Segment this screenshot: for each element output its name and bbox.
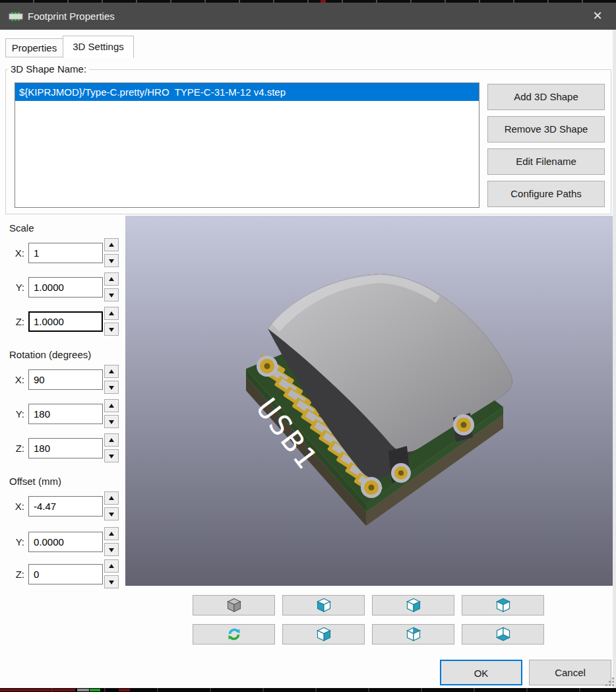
rotation-x-spinner bbox=[104, 365, 119, 394]
rotation-z-row: Z: bbox=[12, 438, 119, 458]
spin-down-button[interactable] bbox=[104, 415, 119, 428]
scale-x-spinner bbox=[104, 238, 119, 268]
pcb-trace-segment bbox=[77, 689, 89, 691]
rotation-z-input[interactable] bbox=[28, 438, 103, 458]
cube-right-face-icon bbox=[283, 626, 364, 643]
spin-up-button[interactable] bbox=[104, 491, 119, 505]
offset-z-row: Z: bbox=[12, 564, 119, 584]
cube-left-face-icon bbox=[283, 597, 364, 614]
axis-label-z: Z: bbox=[12, 438, 24, 458]
add-3d-shape-button[interactable]: Add 3D Shape bbox=[487, 84, 605, 110]
footprint-properties-dialog: { "window": { "title": "Footprint Proper… bbox=[0, 0, 616, 692]
offset-x-row: X: bbox=[12, 496, 119, 517]
scale-y-input[interactable] bbox=[28, 277, 103, 298]
rotation-x-row: X: bbox=[12, 369, 119, 390]
offset-x-spinner bbox=[104, 491, 119, 521]
spin-up-button[interactable] bbox=[104, 559, 119, 573]
plated-hole bbox=[361, 477, 382, 498]
view-top-button[interactable] bbox=[462, 595, 544, 615]
spin-up-button[interactable] bbox=[104, 307, 119, 320]
configure-paths-button[interactable]: Configure Paths bbox=[487, 181, 605, 207]
offset-y-spinner bbox=[104, 527, 119, 557]
spin-down-button[interactable] bbox=[104, 543, 119, 556]
spin-down-button[interactable] bbox=[104, 323, 119, 336]
cancel-button[interactable]: Cancel bbox=[529, 660, 611, 685]
axis-label-z: Z: bbox=[12, 311, 24, 332]
rotation-section-label: Rotation (degrees) bbox=[9, 348, 91, 362]
rotation-z-spinner bbox=[104, 433, 119, 463]
edit-filename-button[interactable]: Edit Filename bbox=[487, 148, 605, 175]
view-right-button[interactable] bbox=[282, 624, 365, 645]
title-bar: Footprint Properties ✕ bbox=[0, 3, 616, 30]
view-isometric-button[interactable] bbox=[193, 595, 275, 615]
remove-3d-shape-button[interactable]: Remove 3D Shape bbox=[487, 116, 605, 142]
scale-z-input[interactable] bbox=[28, 311, 103, 332]
plated-hole bbox=[453, 414, 474, 435]
3d-viewport[interactable]: USB1 bbox=[125, 216, 613, 586]
axis-label-x: X: bbox=[12, 243, 24, 263]
offset-section-label: Offset (mm) bbox=[9, 475, 61, 488]
spin-down-button[interactable] bbox=[104, 381, 119, 394]
axis-label-z: Z: bbox=[12, 564, 24, 584]
scale-y-row: Y: bbox=[12, 277, 119, 298]
spin-up-button[interactable] bbox=[104, 527, 119, 540]
rotation-y-input[interactable] bbox=[28, 404, 103, 424]
offset-z-spinner bbox=[104, 559, 119, 589]
pcb-trace-segment bbox=[90, 689, 100, 691]
cube-back-face-icon bbox=[373, 626, 454, 643]
pcb-trace-segment bbox=[0, 689, 75, 691]
scale-z-row: Z: bbox=[12, 311, 119, 332]
axis-label-y: Y: bbox=[12, 532, 24, 552]
shape-list-item-selected[interactable]: ${KIPRJMOD}/Type-C.pretty/HRO TYPE-C-31-… bbox=[15, 83, 479, 101]
view-back-button[interactable] bbox=[372, 624, 454, 645]
spin-down-button[interactable] bbox=[104, 575, 119, 588]
resize-grip[interactable] bbox=[605, 677, 615, 687]
rotate-refresh-icon bbox=[193, 626, 274, 643]
spin-down-button[interactable] bbox=[104, 288, 119, 301]
scale-section-label: Scale bbox=[9, 222, 34, 235]
plated-hole bbox=[257, 356, 278, 377]
scale-y-spinner bbox=[104, 272, 119, 302]
spin-up-button[interactable] bbox=[104, 365, 119, 378]
axis-label-y: Y: bbox=[12, 404, 24, 424]
dialog-right-edge bbox=[613, 30, 616, 688]
window-title: Footprint Properties bbox=[28, 3, 115, 30]
close-icon[interactable]: ✕ bbox=[586, 3, 609, 30]
view-left-button[interactable] bbox=[282, 595, 365, 615]
offset-y-row: Y: bbox=[12, 532, 119, 552]
view-update-button[interactable] bbox=[193, 624, 275, 645]
spin-down-button[interactable] bbox=[104, 507, 119, 520]
view-front-button[interactable] bbox=[372, 595, 454, 615]
cube-bottom-face-icon bbox=[462, 626, 543, 643]
spin-up-button[interactable] bbox=[104, 399, 119, 412]
cube-top-face-icon bbox=[462, 597, 543, 614]
axis-label-x: X: bbox=[12, 369, 24, 390]
rotation-y-row: Y: bbox=[12, 404, 119, 424]
spin-up-button[interactable] bbox=[104, 272, 119, 286]
tab-properties[interactable]: Properties bbox=[5, 38, 63, 57]
rotation-y-spinner bbox=[104, 399, 119, 429]
iso-cube-icon bbox=[193, 597, 274, 614]
shape-name-label: 3D Shape Name: bbox=[8, 63, 89, 75]
shape-list[interactable]: ${KIPRJMOD}/Type-C.pretty/HRO TYPE-C-31-… bbox=[15, 82, 479, 208]
background-pcb-strip-bottom bbox=[0, 688, 616, 692]
ok-button[interactable]: OK bbox=[440, 660, 522, 685]
offset-y-input[interactable] bbox=[28, 532, 103, 552]
spin-down-button[interactable] bbox=[104, 254, 119, 267]
rotation-x-input[interactable] bbox=[28, 369, 103, 390]
axis-label-x: X: bbox=[12, 496, 24, 517]
footprint-icon bbox=[9, 11, 23, 24]
scale-z-spinner bbox=[104, 307, 119, 336]
spin-up-button[interactable] bbox=[104, 238, 119, 251]
scale-x-input[interactable] bbox=[28, 243, 103, 263]
view-bottom-button[interactable] bbox=[462, 624, 544, 645]
scale-x-row: X: bbox=[12, 243, 119, 263]
spin-down-button[interactable] bbox=[104, 449, 119, 462]
offset-z-input[interactable] bbox=[28, 564, 103, 584]
offset-x-input[interactable] bbox=[28, 496, 103, 517]
cube-front-face-icon bbox=[373, 597, 454, 614]
pcb-trace-segment bbox=[119, 689, 130, 691]
plated-hole bbox=[391, 463, 411, 483]
spin-up-button[interactable] bbox=[104, 433, 119, 447]
tab-3d-settings[interactable]: 3D Settings bbox=[63, 36, 134, 58]
